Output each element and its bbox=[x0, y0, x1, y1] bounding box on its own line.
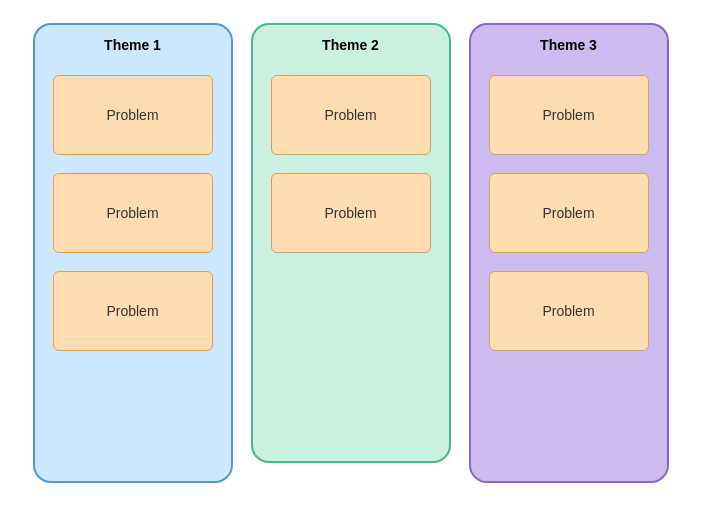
theme-1-title: Theme 1 bbox=[104, 37, 161, 53]
themes-container: Theme 1 Problem Problem Problem Theme 2 … bbox=[23, 13, 679, 493]
theme-card-1: Theme 1 Problem Problem Problem bbox=[33, 23, 233, 483]
problem-label-3-1: Problem bbox=[542, 107, 594, 123]
problem-label-3-3: Problem bbox=[542, 303, 594, 319]
problem-box-3-1: Problem bbox=[489, 75, 649, 155]
theme-card-3: Theme 3 Problem Problem Problem bbox=[469, 23, 669, 483]
theme-3-title: Theme 3 bbox=[540, 37, 597, 53]
problem-box-1-1: Problem bbox=[53, 75, 213, 155]
problem-label-1-2: Problem bbox=[106, 205, 158, 221]
problem-label-2-1: Problem bbox=[324, 107, 376, 123]
problem-box-2-2: Problem bbox=[271, 173, 431, 253]
problem-label-2-2: Problem bbox=[324, 205, 376, 221]
problem-box-2-1: Problem bbox=[271, 75, 431, 155]
theme-card-2: Theme 2 Problem Problem bbox=[251, 23, 451, 463]
problem-label-1-3: Problem bbox=[106, 303, 158, 319]
problem-box-3-2: Problem bbox=[489, 173, 649, 253]
theme-2-title: Theme 2 bbox=[322, 37, 379, 53]
problem-box-1-2: Problem bbox=[53, 173, 213, 253]
problem-label-1-1: Problem bbox=[106, 107, 158, 123]
problem-box-3-3: Problem bbox=[489, 271, 649, 351]
problem-box-1-3: Problem bbox=[53, 271, 213, 351]
problem-label-3-2: Problem bbox=[542, 205, 594, 221]
